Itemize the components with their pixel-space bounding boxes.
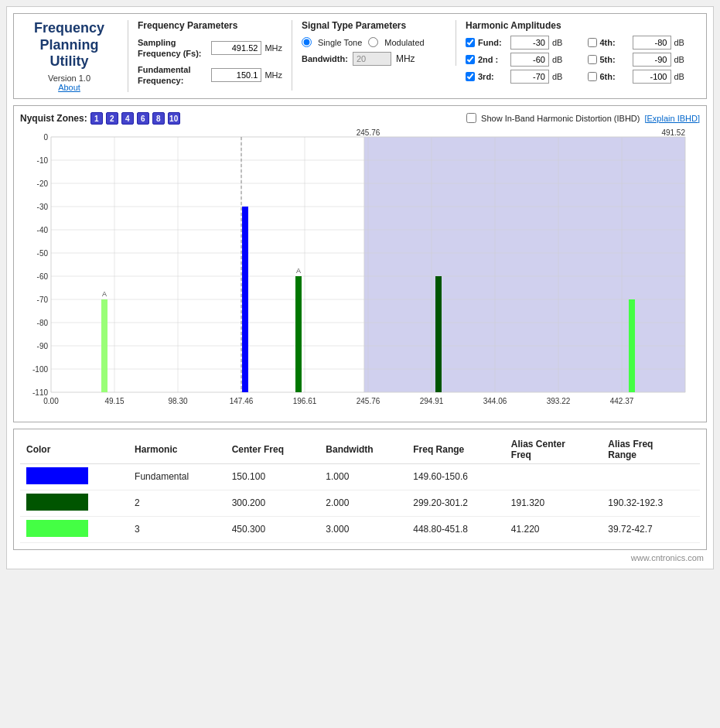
bandwidth-input[interactable] <box>353 52 391 66</box>
signal-type-radio-row: Single Tone Modulated <box>302 37 446 47</box>
harm-5th-db: dB <box>674 55 684 64</box>
modulated-label: Modulated <box>384 38 424 47</box>
row2-center-freq: 300.200 <box>226 490 320 516</box>
svg-text:98.30: 98.30 <box>168 397 187 405</box>
zone-btn-4[interactable]: 4 <box>121 112 134 125</box>
row1-bandwidth: 1.000 <box>319 463 407 490</box>
zone-btn-1[interactable]: 1 <box>90 112 103 125</box>
svg-text:147.46: 147.46 <box>230 397 254 405</box>
fundamental-freq-input[interactable] <box>211 68 261 82</box>
sampling-freq-label: Sampling Frequency (Fs): <box>138 37 211 60</box>
col-center-freq: Center Freq <box>226 436 320 464</box>
bandwidth-unit: MHz <box>396 53 415 64</box>
row1-color <box>20 463 128 490</box>
single-tone-radio[interactable] <box>302 37 312 47</box>
chart-svg: 0 -10 -20 -30 -40 -50 -60 -70 -80 -90 -1… <box>20 129 712 415</box>
svg-text:-10: -10 <box>37 156 49 165</box>
row3-bandwidth: 3.000 <box>319 516 407 542</box>
svg-text:442.37: 442.37 <box>610 397 634 405</box>
svg-text:-110: -110 <box>32 388 48 397</box>
fundamental-freq-label: Fundamental Frequency: <box>138 64 211 87</box>
bandwidth-label: Bandwidth: <box>302 54 348 63</box>
ibhd-checkbox[interactable] <box>466 113 476 123</box>
harm-fund-checkbox[interactable] <box>466 38 475 47</box>
modulated-radio[interactable] <box>368 37 378 47</box>
sampling-freq-unit: MHz <box>264 43 282 53</box>
harm-6th-label: 6th: <box>600 72 630 81</box>
harm-3rd-checkbox[interactable] <box>466 72 475 81</box>
col-freq-range: Freq Range <box>407 436 505 464</box>
alias3-bar <box>101 299 107 392</box>
svg-rect-1 <box>364 137 685 392</box>
svg-text:245.76: 245.76 <box>357 129 380 137</box>
svg-text:0: 0 <box>43 133 48 142</box>
zone-btn-8[interactable]: 8 <box>152 112 165 125</box>
row1-alias-center <box>505 463 602 490</box>
svg-text:245.76: 245.76 <box>357 397 380 405</box>
svg-text:294.91: 294.91 <box>420 397 444 405</box>
watermark: www.cntronics.com <box>13 553 707 562</box>
row3-freq-range: 448.80-451.8 <box>407 516 505 542</box>
harm-2nd-row: 2nd : dB <box>466 53 578 67</box>
row2-color <box>20 490 128 516</box>
single-tone-label: Single Tone <box>318 38 362 47</box>
color-swatch-fundamental <box>26 467 88 484</box>
harm-2nd-label: 2nd : <box>478 55 507 64</box>
harm-5th-row: 5th: dB <box>588 53 701 67</box>
svg-rect-0 <box>51 137 364 392</box>
color-swatch-3rd <box>26 520 88 537</box>
app-title: Frequency Planning Utility <box>20 20 118 70</box>
table-row: Fundamental 150.100 1.000 149.60-150.6 <box>20 463 700 490</box>
col-alias-center: Alias CenterFreq <box>505 436 602 464</box>
about-link[interactable]: About <box>20 83 118 92</box>
zone-btn-2[interactable]: 2 <box>106 112 118 125</box>
svg-text:-60: -60 <box>37 272 49 281</box>
svg-text:196.61: 196.61 <box>293 397 317 405</box>
col-harmonic: Harmonic <box>128 436 226 464</box>
row3-color <box>20 516 128 542</box>
signal-params-title: Signal Type Parameters <box>302 20 446 31</box>
harm-4th-input[interactable] <box>633 36 671 50</box>
svg-text:-70: -70 <box>37 296 49 304</box>
svg-text:-100: -100 <box>32 365 48 374</box>
harm-fund-input[interactable] <box>510 36 549 50</box>
harm-4th-checkbox[interactable] <box>588 38 597 47</box>
harm-5th-input[interactable] <box>633 53 671 67</box>
zone-btn-10[interactable]: 10 <box>168 112 180 125</box>
chart-area: 0 -10 -20 -30 -40 -50 -60 -70 -80 -90 -1… <box>20 129 700 415</box>
harm-6th-db: dB <box>674 72 684 81</box>
svg-text:344.06: 344.06 <box>483 397 507 405</box>
harm-6th-input[interactable] <box>633 70 671 84</box>
chart-top-bar: Nyquist Zones: 1 2 4 6 8 10 Show In-Band… <box>20 112 700 125</box>
harm-2nd-input[interactable] <box>510 53 549 67</box>
zone-btn-6[interactable]: 6 <box>137 112 149 125</box>
svg-text:-30: -30 <box>37 203 49 211</box>
harm-2nd-checkbox[interactable] <box>466 55 475 64</box>
bandwidth-row: Bandwidth: MHz <box>302 52 446 66</box>
harm-6th-row: 6th: dB <box>588 70 701 84</box>
chart-panel: Nyquist Zones: 1 2 4 6 8 10 Show In-Band… <box>13 105 707 422</box>
sampling-freq-input[interactable] <box>211 41 261 55</box>
harmonic-grid: Fund: dB 4th: dB 2nd : dB <box>466 36 700 84</box>
harm-3rd-db: dB <box>552 72 562 81</box>
svg-text:0.00: 0.00 <box>43 397 59 405</box>
alias2-bar <box>295 276 302 392</box>
harm-3rd-input[interactable] <box>510 70 549 84</box>
row1-harmonic: Fundamental <box>128 463 226 490</box>
fundamental-freq-row: Fundamental Frequency: MHz <box>138 64 282 87</box>
row1-alias-freq-range <box>602 463 700 490</box>
harmonic2-bar <box>435 276 442 392</box>
ibhd-explain-link[interactable]: [Explain IBHD] <box>644 114 700 123</box>
row2-alias-freq-range: 190.32-192.3 <box>602 490 700 516</box>
frequency-parameters-section: Frequency Parameters Sampling Frequency … <box>138 20 292 91</box>
harm-fund-row: Fund: dB <box>466 36 578 50</box>
ibhd-label: Show In-Band Harmonic Distortion (IBHD) <box>481 114 640 123</box>
col-color: Color <box>20 436 128 464</box>
row3-alias-freq-range: 39.72-42.7 <box>602 516 700 542</box>
harm-6th-checkbox[interactable] <box>588 72 597 81</box>
svg-text:-40: -40 <box>37 226 49 234</box>
harm-5th-checkbox[interactable] <box>588 55 597 64</box>
svg-text:393.22: 393.22 <box>547 397 571 405</box>
col-alias-freq-range: Alias FreqRange <box>602 436 700 464</box>
svg-text:-50: -50 <box>37 249 49 258</box>
